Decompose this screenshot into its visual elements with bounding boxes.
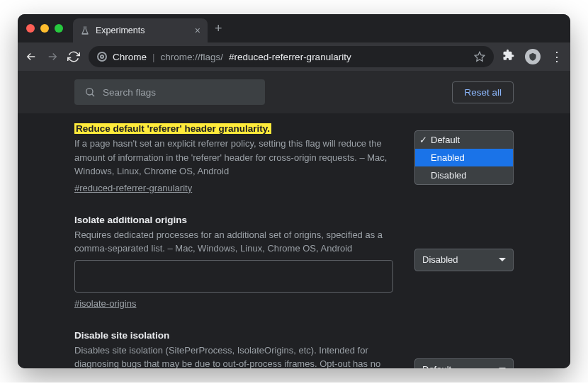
flag-select[interactable]: Disabled <box>414 249 514 271</box>
toolbar-right-icons: ⋮ <box>502 49 563 64</box>
chrome-icon <box>97 52 107 62</box>
flag-anchor-link[interactable]: #isolate-origins <box>74 298 136 309</box>
window-minimize-dot[interactable] <box>40 24 49 33</box>
flags-header-row: Search flags Reset all <box>18 71 570 113</box>
flags-list: Reduce default 'referer' header granular… <box>18 113 570 368</box>
flag-control: Default <box>414 330 514 369</box>
browser-window: Experiments × + Chrome | chrome://flags/… <box>18 14 570 368</box>
flask-icon <box>80 26 90 35</box>
search-input[interactable]: Search flags <box>74 79 265 105</box>
flag-control: Default Enabled Disabled <box>414 123 514 193</box>
url-separator: | <box>152 52 155 62</box>
search-placeholder: Search flags <box>103 87 156 98</box>
flag-title: Isolate additional origins <box>74 215 187 225</box>
flag-title: Reduce default 'referer' header granular… <box>74 123 271 134</box>
search-icon <box>84 86 96 98</box>
extensions-icon[interactable] <box>502 49 515 64</box>
window-zoom-dot[interactable] <box>55 24 63 33</box>
profile-avatar[interactable] <box>525 49 541 64</box>
titlebar: Experiments × + <box>18 14 570 42</box>
dropdown-option-default[interactable]: Default <box>415 131 513 149</box>
flag-control: Disabled <box>414 215 514 309</box>
bookmark-star-icon[interactable] <box>474 51 485 62</box>
flag-item: Reduce default 'referer' header granular… <box>74 123 514 193</box>
back-button[interactable] <box>25 50 38 63</box>
new-tab-button[interactable]: + <box>215 21 222 36</box>
toolbar: Chrome | chrome://flags/#reduced-referre… <box>18 42 570 71</box>
flag-description: Disables site isolation (SitePerProcess,… <box>74 344 393 369</box>
flag-dropdown-open[interactable]: Default Enabled Disabled <box>414 130 514 185</box>
flag-select-value: Disabled <box>422 254 458 265</box>
reload-button[interactable] <box>67 50 80 63</box>
flag-item: Disable site isolation Disables site iso… <box>74 330 514 369</box>
url-scheme-label: Chrome <box>113 52 147 62</box>
address-bar[interactable]: Chrome | chrome://flags/#reduced-referre… <box>89 46 494 67</box>
window-close-dot[interactable] <box>26 24 35 33</box>
tab-title: Experiments <box>96 26 145 35</box>
flag-description: Requires dedicated processes for an addi… <box>74 228 393 256</box>
flag-anchor-link[interactable]: #reduced-referrer-granularity <box>74 183 192 193</box>
flag-select-value: Default <box>422 364 451 368</box>
url-path-bright: #reduced-referrer-granularity <box>229 52 351 62</box>
page-content: Search flags Reset all Reduce default 'r… <box>18 71 570 368</box>
flag-description: If a page hasn't set an explicit referre… <box>74 137 393 178</box>
forward-button[interactable] <box>46 50 59 63</box>
dropdown-option-enabled[interactable]: Enabled <box>415 149 513 166</box>
kebab-menu-icon[interactable]: ⋮ <box>550 50 563 63</box>
flag-select[interactable]: Default <box>414 358 514 369</box>
dropdown-option-disabled[interactable]: Disabled <box>415 166 513 184</box>
traffic-lights <box>26 24 63 33</box>
url-path-dim: chrome://flags/ <box>161 52 224 62</box>
svg-point-0 <box>86 89 93 95</box>
browser-tab[interactable]: Experiments × <box>73 18 208 42</box>
flag-title: Disable site isolation <box>74 330 169 341</box>
flag-textarea[interactable] <box>74 260 393 293</box>
tab-close-icon[interactable]: × <box>195 26 200 35</box>
reset-all-button[interactable]: Reset all <box>452 81 514 103</box>
flag-item: Isolate additional origins Requires dedi… <box>74 215 514 309</box>
